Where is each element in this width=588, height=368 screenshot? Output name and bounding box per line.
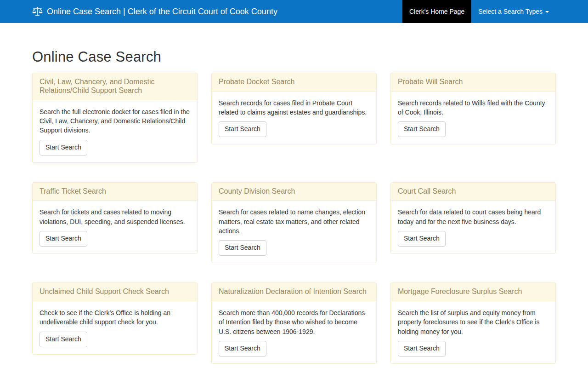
start-search-button[interactable]: Start Search <box>40 140 87 155</box>
card-unclaimed-child-support: Unclaimed Child Support Check Search Che… <box>32 282 198 354</box>
card-title: County Division Search <box>212 183 376 201</box>
nav-clerks-home-page[interactable]: Clerk's Home Page <box>402 0 471 23</box>
card-description: Search records related to Wills filed wi… <box>398 98 548 117</box>
start-search-button[interactable]: Start Search <box>398 231 446 247</box>
brand-title: Online Case Search | Clerk of the Circui… <box>47 7 277 17</box>
card-title: Probate Docket Search <box>212 73 376 92</box>
card-title: Naturalization Declaration of Intention … <box>212 283 376 301</box>
card-description: Search the list of surplus and equity mo… <box>398 308 548 336</box>
card-row-1: Civil, Law, Chancery, and Domestic Relat… <box>32 73 556 163</box>
navbar: Online Case Search | Clerk of the Circui… <box>0 0 588 23</box>
card-title: Civil, Law, Chancery, and Domestic Relat… <box>33 73 197 100</box>
card-description: Search records for cases filed in Probat… <box>219 98 369 117</box>
card-naturalization-declaration: Naturalization Declaration of Intention … <box>211 282 377 364</box>
card-title: Probate Will Search <box>391 73 555 92</box>
navbar-menu: Clerk's Home Page Select a Search Types <box>402 0 556 23</box>
card-description: Search the full electronic docket for ca… <box>40 107 190 135</box>
card-description: Search more than 400,000 records for Dec… <box>219 308 369 336</box>
card-title: Unclaimed Child Support Check Search <box>33 283 197 301</box>
card-traffic-ticket: Traffic Ticket Search Search for tickets… <box>32 182 198 254</box>
start-search-button[interactable]: Start Search <box>40 231 87 247</box>
card-description: Search for tickets and cases related to … <box>40 207 190 226</box>
card-description: Check to see if the Clerk’s Office is ho… <box>40 308 190 327</box>
card-probate-docket: Probate Docket Search Search records for… <box>211 73 377 144</box>
start-search-button[interactable]: Start Search <box>219 341 266 356</box>
start-search-button[interactable]: Start Search <box>219 121 266 137</box>
card-court-call: Court Call Search Search for data relate… <box>390 182 556 254</box>
start-search-button[interactable]: Start Search <box>398 121 446 137</box>
card-title: Mortgage Foreclosure Surplus Search <box>391 283 555 301</box>
start-search-button[interactable]: Start Search <box>398 341 446 356</box>
card-description: Search for cases related to name changes… <box>219 207 369 236</box>
card-row-2: Traffic Ticket Search Search for tickets… <box>32 182 556 264</box>
card-title: Traffic Ticket Search <box>33 183 197 201</box>
card-title: Court Call Search <box>391 183 555 201</box>
navbar-brand[interactable]: Online Case Search | Clerk of the Circui… <box>32 0 277 23</box>
page-title: Online Case Search <box>32 49 556 65</box>
card-county-division: County Division Search Search for cases … <box>211 182 377 264</box>
card-civil-law-chancery: Civil, Law, Chancery, and Domestic Relat… <box>32 73 198 163</box>
card-probate-will: Probate Will Search Search records relat… <box>390 73 556 144</box>
start-search-button[interactable]: Start Search <box>40 332 87 347</box>
start-search-button[interactable]: Start Search <box>219 240 266 256</box>
card-description: Search for data related to court cases b… <box>398 207 548 226</box>
card-row-3: Unclaimed Child Support Check Search Che… <box>32 282 556 364</box>
balance-scale-icon <box>32 7 43 16</box>
dropdown-label: Select a Search Types <box>478 8 543 15</box>
card-mortgage-foreclosure-surplus: Mortgage Foreclosure Surplus Search Sear… <box>390 282 556 364</box>
main-content: Online Case Search Civil, Law, Chancery,… <box>25 49 563 364</box>
nav-search-types-dropdown[interactable]: Select a Search Types <box>471 0 556 23</box>
caret-down-icon <box>545 11 549 13</box>
